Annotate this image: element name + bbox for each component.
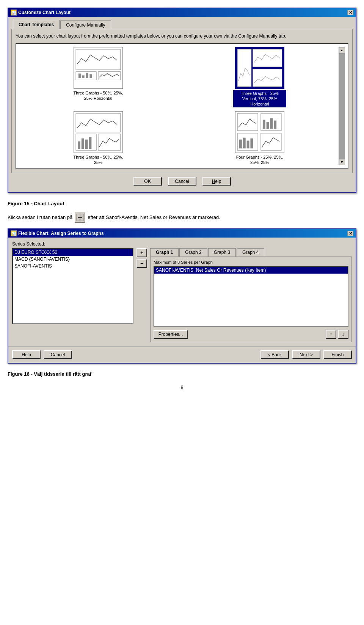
dialog1-close-button[interactable]: ✕ (347, 10, 353, 15)
body-text-before: Klicka sedan i rutan nedan på (8, 214, 72, 222)
svg-rect-15 (89, 137, 91, 148)
template-label-3: Three Graphs - 50%, 25%, 25% (72, 154, 125, 165)
body-text-after: efter att Sanofi-Aventis, Net Sales or R… (88, 214, 220, 222)
dialog2-title: Flexible Chart: Assign Series to Graphs (18, 231, 104, 236)
svg-rect-25 (243, 137, 246, 148)
series-remove-button[interactable]: − (136, 259, 147, 268)
series-list[interactable]: DJ EURO STOXX 50 MACD {SANOFI-AVENTIS} S… (12, 248, 133, 324)
tab-content-chart-templates: You can select your chart layout from th… (11, 29, 353, 173)
series-item-3[interactable]: SANOFI-AVENTIS (13, 263, 133, 269)
graph-tab-4[interactable]: Graph 4 (237, 248, 264, 257)
template-preview-3[interactable] (74, 111, 123, 153)
dialog2-close-button[interactable]: ✕ (347, 231, 353, 236)
dialog2-titlebar: 📊 Flexible Chart: Assign Series to Graph… (8, 229, 356, 238)
figure15-caption: Figure 15 - Chart Layout (8, 201, 356, 206)
svg-rect-3 (82, 75, 85, 78)
properties-row: Properties... ↑ ↓ (154, 330, 348, 339)
svg-rect-24 (239, 139, 242, 148)
template-label-1: Three Graphs - 50%, 25%, 25% Horizontal (72, 90, 125, 101)
ok-button[interactable]: OK (133, 177, 162, 186)
dialog1-titlebar: 📊 Customize Chart Layout ✕ (8, 8, 356, 17)
finish-button[interactable]: Finish (323, 350, 352, 359)
tab-configure-manually[interactable]: Configure Manually (60, 20, 111, 29)
back-button[interactable]: < Back (260, 350, 289, 359)
svg-rect-4 (86, 73, 88, 78)
graph-content: Maximum of 8 Series per Graph SANOFI-AVE… (150, 257, 352, 342)
series-item-2[interactable]: MACD {SANOFI-AVENTIS} (13, 256, 133, 263)
page-number: 8 (8, 384, 356, 390)
svg-rect-22 (274, 120, 276, 129)
next-button[interactable]: Next > (292, 350, 320, 359)
template-item-2[interactable]: Three Graphs - 25% Vertical, 75%, 25% Ho… (181, 47, 339, 107)
titlebar-icon: 📊 (11, 9, 17, 16)
tab-bar: Chart Templates Configure Manually (11, 20, 353, 29)
graph-tab-1[interactable]: Graph 1 (150, 248, 179, 257)
dialog2-help-button[interactable]: Help (12, 350, 41, 359)
svg-rect-26 (247, 140, 249, 148)
template-label-4: Four Graphs - 25%, 25%, 25%, 25% (233, 154, 286, 165)
series-item-1[interactable]: DJ EURO STOXX 50 (13, 249, 133, 256)
figure16-caption: Figure 16 - Välj tidsserie till rätt gra… (8, 371, 356, 377)
graph-max-text: Maximum of 8 Series per Graph (154, 260, 348, 264)
svg-rect-20 (267, 122, 269, 129)
template-item-3[interactable]: Three Graphs - 50%, 25%, 25% (19, 111, 177, 165)
customize-chart-dialog: 📊 Customize Chart Layout ✕ Chart Templat… (8, 8, 356, 193)
svg-rect-6 (98, 72, 121, 80)
template-scrollbar: ▲ ▼ (339, 47, 345, 165)
template-preview-4[interactable] (235, 111, 284, 153)
dialog1-buttons: OK Cancel Help (11, 173, 353, 189)
tab-chart-templates[interactable]: Chart Templates (13, 20, 60, 29)
svg-rect-13 (82, 138, 84, 148)
move-up-button[interactable]: ↑ (326, 330, 336, 339)
svg-rect-27 (250, 138, 253, 148)
template-item-4[interactable]: Four Graphs - 25%, 25%, 25%, 25% (181, 111, 339, 165)
dialog2-titlebar-left: 📊 Flexible Chart: Assign Series to Graph… (11, 230, 104, 236)
svg-rect-12 (78, 141, 80, 149)
cancel-button[interactable]: Cancel (168, 177, 196, 186)
body-text-section: Klicka sedan i rutan nedan på efter att … (8, 212, 356, 223)
move-down-button[interactable]: ↓ (338, 330, 348, 339)
properties-button[interactable]: Properties... (154, 330, 188, 339)
svg-rect-10 (76, 113, 121, 132)
series-add-button[interactable]: + (136, 248, 147, 257)
dialog2-main-content: Series Selected: DJ EURO STOXX 50 MACD {… (8, 238, 356, 346)
dialog2-cancel-button[interactable]: Cancel (44, 350, 72, 359)
description-text: You can select your chart layout from th… (16, 33, 348, 39)
graph-tab-2[interactable]: Graph 2 (179, 248, 207, 257)
dialog1-body: Chart Templates Configure Manually You c… (8, 17, 356, 192)
scroll-down-btn[interactable]: ▼ (339, 159, 345, 165)
svg-rect-14 (85, 139, 88, 149)
template-preview-1[interactable] (74, 47, 123, 89)
svg-rect-5 (89, 74, 92, 78)
graph-tab-3[interactable]: Graph 3 (208, 248, 236, 257)
series-list-container: DJ EURO STOXX 50 MACD {SANOFI-AVENTIS} S… (12, 248, 352, 342)
dialog2-left-buttons: Help Cancel (12, 350, 72, 359)
titlebar-left: 📊 Customize Chart Layout (11, 9, 71, 16)
arrow-buttons: ↑ ↓ (326, 330, 348, 339)
dialog2-body: Series Selected: DJ EURO STOXX 50 MACD {… (8, 238, 356, 363)
assign-series-dialog: 📊 Flexible Chart: Assign Series to Graph… (8, 228, 356, 364)
inline-plus-button (75, 212, 85, 223)
svg-rect-2 (78, 74, 81, 78)
scroll-up-btn[interactable]: ▲ (339, 47, 345, 53)
graph-series-list[interactable]: SANOFI-AVENTIS, Net Sales Or Revenues (K… (154, 266, 348, 327)
dialog2-titlebar-icon: 📊 (11, 230, 17, 236)
template-label-2: Three Graphs - 25% Vertical, 75%, 25% Ho… (233, 90, 286, 107)
dialog2-right-buttons: < Back Next > Finish (260, 350, 352, 359)
graph-series-item-1[interactable]: SANOFI-AVENTIS, Net Sales Or Revenues (K… (154, 267, 348, 274)
series-selected-label: Series Selected: (12, 241, 352, 247)
scrollbar-track[interactable] (339, 53, 345, 159)
svg-rect-21 (270, 118, 273, 128)
dialog2-buttons: Help Cancel < Back Next > Finish (8, 346, 356, 363)
dialog1-title: Customize Chart Layout (18, 10, 71, 15)
svg-rect-7 (237, 49, 251, 87)
template-item-1[interactable]: Three Graphs - 50%, 25%, 25% Horizontal (19, 47, 177, 107)
template-preview-2[interactable] (235, 47, 284, 89)
help-button[interactable]: Help (202, 177, 231, 186)
svg-rect-16 (98, 134, 121, 150)
svg-rect-28 (261, 133, 281, 150)
template-grid: Three Graphs - 50%, 25%, 25% Horizontal (19, 47, 339, 165)
svg-rect-19 (263, 120, 265, 129)
template-grid-container: Three Graphs - 50%, 25%, 25% Horizontal (16, 43, 348, 169)
graph-tabs: Graph 1 Graph 2 Graph 3 Graph 4 (150, 248, 352, 257)
